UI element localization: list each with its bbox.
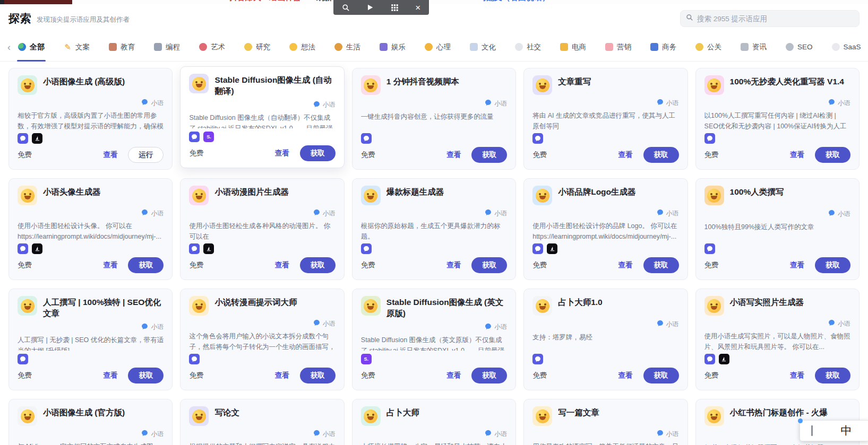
get-button[interactable]: 获取 bbox=[128, 368, 164, 383]
view-link[interactable]: 查看 bbox=[275, 371, 289, 380]
view-link[interactable]: 查看 bbox=[618, 371, 633, 380]
author-row[interactable]: 小语 bbox=[532, 99, 678, 107]
author-row[interactable]: 小语 bbox=[189, 209, 335, 217]
app-card[interactable]: 100%人类撰写 小语 100%独特且99%接近人类写作的文章 免费 查看 获取 bbox=[695, 178, 860, 280]
app-card[interactable]: 小语头像生成器 小语 使用小语生图轻松设计头像。 你可以在 https://le… bbox=[8, 178, 173, 280]
get-button[interactable]: 获取 bbox=[643, 368, 679, 383]
get-button[interactable]: 获取 bbox=[815, 257, 850, 273]
author-row[interactable]: 小语 bbox=[532, 319, 678, 329]
app-card[interactable]: 占卜大师1.0 小语 支持：塔罗牌，易经 免费 查看 获取 bbox=[523, 289, 687, 390]
view-link[interactable]: 查看 bbox=[446, 260, 461, 270]
tab-艺术[interactable]: 艺术 bbox=[199, 33, 225, 62]
app-card[interactable]: 小语图像生成 (高级版) 小语 相较于官方版，高级版内置了小语生图的常用参数，有… bbox=[8, 68, 173, 170]
app-card[interactable]: Stable Diffusion图像生成 (自动翻译) 小语 Stable Di… bbox=[180, 66, 344, 168]
tab-生活[interactable]: 生活 bbox=[334, 33, 360, 62]
get-button[interactable]: 获取 bbox=[815, 368, 850, 383]
play-icon[interactable] bbox=[366, 4, 374, 11]
grid-icon[interactable] bbox=[391, 4, 399, 12]
platform-icons bbox=[532, 351, 678, 364]
author-row[interactable]: 小语 bbox=[18, 323, 164, 331]
get-button[interactable]: 获取 bbox=[471, 257, 507, 273]
app-card[interactable]: 小说转漫画提示词大师 小语 这个角色会将用户输入的小说文本拆分成数个句子，然后将… bbox=[180, 289, 344, 390]
author-row[interactable]: 小语 bbox=[704, 209, 850, 219]
view-link[interactable]: 查看 bbox=[790, 150, 804, 160]
author-row[interactable]: 小语 bbox=[18, 209, 164, 217]
author-row[interactable]: 小语 bbox=[189, 319, 335, 328]
author-row[interactable]: 小语 bbox=[704, 319, 850, 328]
tab-营销[interactable]: 营销 bbox=[605, 33, 631, 62]
get-button[interactable]: 获取 bbox=[128, 257, 164, 273]
app-card[interactable]: 写一篇文章 小语 用你最喜欢的语言写一篇关于任何话题的文章，只需写... 免费 … bbox=[523, 399, 687, 445]
author-row[interactable]: 小语 bbox=[18, 99, 164, 107]
view-link[interactable]: 查看 bbox=[103, 150, 117, 160]
tab-公关[interactable]: 公关 bbox=[695, 33, 721, 62]
search-box[interactable] bbox=[680, 10, 860, 27]
view-link[interactable]: 查看 bbox=[790, 371, 804, 380]
view-link[interactable]: 查看 bbox=[790, 260, 804, 270]
app-card[interactable]: Stable Diffusion图像生成 (英文原版) 小语 Stable Di… bbox=[352, 289, 516, 390]
app-card[interactable]: 写论文 小语 根据提供的主题和大纲撰写内容详实、具有说服力的论... 免费 查看… bbox=[180, 399, 344, 445]
get-button[interactable]: 获取 bbox=[815, 147, 850, 163]
tab-想法[interactable]: 想法 bbox=[289, 33, 315, 62]
run-button[interactable]: 运行 bbox=[128, 147, 164, 163]
app-card[interactable]: 1 分钟抖音视频脚本 小语 一键生成抖音内容创意，让你获得更多的流量 免费 查看… bbox=[352, 68, 516, 170]
author-row[interactable]: 小语 bbox=[361, 99, 507, 108]
tab-娱乐[interactable]: 娱乐 bbox=[380, 33, 406, 62]
view-link[interactable]: 查看 bbox=[275, 149, 289, 158]
get-button[interactable]: 获取 bbox=[471, 368, 507, 383]
tab-心理[interactable]: 心理 bbox=[425, 33, 451, 62]
view-link[interactable]: 查看 bbox=[446, 150, 461, 160]
view-link[interactable]: 查看 bbox=[103, 371, 117, 380]
tab-SaaS[interactable]: SaaS bbox=[832, 33, 861, 62]
author-row[interactable]: 小语 bbox=[361, 430, 507, 438]
app-card[interactable]: 人工撰写 | 100%独特 | SEO优化文章 小语 人工撰写 | 无抄袭 | … bbox=[8, 289, 173, 390]
app-card[interactable]: 爆款标题生成器 小语 根据你的原始标题，生成五个更具爆款潜力的标题。 免费 查看… bbox=[352, 178, 516, 280]
app-card[interactable]: 文章重写 小语 将由 AI 生成的文章或竞品进行重写，使其与人工原创等同 免费 … bbox=[523, 68, 687, 170]
tab-研究[interactable]: 研究 bbox=[244, 33, 270, 62]
view-link[interactable]: 查看 bbox=[446, 371, 461, 380]
chevron-left-icon[interactable]: ‹ bbox=[7, 42, 11, 52]
tab-资讯[interactable]: 资讯 bbox=[741, 33, 767, 62]
tab-文化[interactable]: 文化 bbox=[470, 33, 496, 62]
view-link[interactable]: 查看 bbox=[618, 150, 633, 160]
tab-SEO[interactable]: SEO bbox=[786, 33, 813, 62]
app-card[interactable]: 小语图像生成 (官方版) 小语 与 Midjourney 官方相同的交互方式自由… bbox=[8, 399, 173, 445]
get-button[interactable]: 获取 bbox=[471, 147, 507, 163]
view-link[interactable]: 查看 bbox=[103, 260, 117, 270]
app-card[interactable]: 小语品牌Logo生成器 小语 使用小语生图轻松设计你的品牌 Logo。 你可以在… bbox=[523, 178, 687, 280]
blushing-smile-face-emoji bbox=[704, 186, 724, 205]
tab-电商[interactable]: 电商 bbox=[560, 33, 586, 62]
close-icon[interactable]: × bbox=[415, 3, 420, 12]
author-name: 小语 bbox=[494, 209, 507, 218]
author-row[interactable]: 小语 bbox=[189, 101, 335, 109]
author-row[interactable]: 小语 bbox=[532, 209, 678, 217]
tab-商务[interactable]: 商务 bbox=[650, 33, 676, 62]
app-card[interactable]: 小语写实照片生成器 小语 使用小语生成写实照片，可以是人物照片、食物照片、风景照… bbox=[695, 289, 860, 390]
search-icon[interactable] bbox=[342, 4, 350, 12]
author-row[interactable]: 小语 bbox=[532, 430, 678, 438]
view-link[interactable]: 查看 bbox=[618, 260, 633, 270]
app-card[interactable]: 100%无抄袭人类化重写器 V1.4 小语 以100%人工撰写重写任何内容 | … bbox=[695, 68, 860, 170]
get-button[interactable]: 获取 bbox=[643, 147, 679, 163]
tab-编程[interactable]: 编程 bbox=[154, 33, 180, 62]
app-card[interactable]: 小语动漫图片生成器 小语 使用小语生图轻松生成各种风格的动漫图片。 你可以在 h… bbox=[180, 178, 344, 280]
get-button[interactable]: 获取 bbox=[300, 145, 336, 161]
author-row[interactable]: 小语 bbox=[189, 430, 335, 438]
author-row[interactable]: 小语 bbox=[361, 323, 507, 331]
get-button[interactable]: 获取 bbox=[643, 257, 679, 273]
author-row[interactable]: 小语 bbox=[704, 99, 850, 107]
app-card[interactable]: 占卜大师 小语 大师擅长塔罗牌，八字，易经和风水技艺，请向大师请... 免费 查… bbox=[352, 399, 516, 445]
author-row[interactable]: 小语 bbox=[361, 209, 507, 217]
tab-教育[interactable]: 教育 bbox=[109, 33, 135, 62]
anxious-sweat-face-emoji bbox=[532, 406, 552, 426]
ime-mode-label[interactable]: 中 bbox=[823, 423, 868, 438]
ime-indicator[interactable]: 中 bbox=[800, 420, 868, 441]
tab-文案[interactable]: ✎ 文案 bbox=[64, 33, 90, 62]
get-button[interactable]: 获取 bbox=[300, 257, 336, 273]
search-input[interactable] bbox=[697, 15, 854, 23]
tab-社交[interactable]: 社交 bbox=[515, 33, 541, 62]
author-row[interactable]: 小语 bbox=[18, 430, 164, 438]
get-button[interactable]: 获取 bbox=[300, 368, 336, 383]
tab-全部[interactable]: 全部 bbox=[18, 33, 45, 62]
view-link[interactable]: 查看 bbox=[275, 260, 289, 270]
